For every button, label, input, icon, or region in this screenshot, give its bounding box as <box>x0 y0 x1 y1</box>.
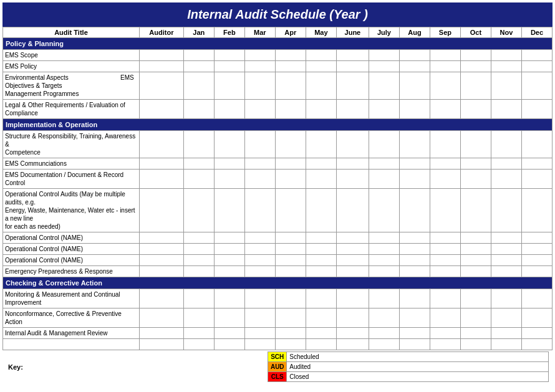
month-cell[interactable] <box>183 72 214 100</box>
month-cell[interactable] <box>430 61 460 72</box>
month-cell[interactable] <box>521 328 552 339</box>
month-cell[interactable] <box>369 131 399 158</box>
month-cell[interactable] <box>306 308 336 328</box>
month-cell[interactable] <box>460 50 491 61</box>
month-cell[interactable] <box>460 232 491 244</box>
month-cell[interactable] <box>369 255 399 266</box>
month-cell[interactable] <box>430 255 460 266</box>
month-cell[interactable] <box>369 266 399 277</box>
month-cell[interactable] <box>369 328 399 339</box>
month-cell[interactable] <box>369 100 399 119</box>
month-cell[interactable] <box>244 244 275 255</box>
month-cell[interactable] <box>491 328 521 339</box>
month-cell[interactable] <box>460 189 491 232</box>
month-cell[interactable] <box>369 339 399 350</box>
month-cell[interactable] <box>214 100 244 119</box>
month-cell[interactable] <box>460 100 491 119</box>
month-cell[interactable] <box>460 255 491 266</box>
month-cell[interactable] <box>183 255 214 266</box>
month-cell[interactable] <box>521 266 552 277</box>
month-cell[interactable] <box>491 232 521 244</box>
month-cell[interactable] <box>214 158 244 170</box>
month-cell[interactable] <box>275 308 306 328</box>
month-cell[interactable] <box>244 61 275 72</box>
month-cell[interactable] <box>275 131 306 158</box>
month-cell[interactable] <box>399 339 430 350</box>
month-cell[interactable] <box>336 170 369 189</box>
month-cell[interactable] <box>369 189 399 232</box>
month-cell[interactable] <box>336 289 369 308</box>
month-cell[interactable] <box>369 232 399 244</box>
month-cell[interactable] <box>336 266 369 277</box>
month-cell[interactable] <box>521 232 552 244</box>
month-cell[interactable] <box>336 189 369 232</box>
month-cell[interactable] <box>275 100 306 119</box>
month-cell[interactable] <box>275 158 306 170</box>
month-cell[interactable] <box>521 289 552 308</box>
month-cell[interactable] <box>491 50 521 61</box>
month-cell[interactable] <box>306 255 336 266</box>
month-cell[interactable] <box>491 266 521 277</box>
month-cell[interactable] <box>214 72 244 100</box>
month-cell[interactable] <box>183 328 214 339</box>
month-cell[interactable] <box>491 255 521 266</box>
month-cell[interactable] <box>430 170 460 189</box>
month-cell[interactable] <box>369 170 399 189</box>
month-cell[interactable] <box>430 100 460 119</box>
month-cell[interactable] <box>399 289 430 308</box>
month-cell[interactable] <box>399 308 430 328</box>
month-cell[interactable] <box>430 131 460 158</box>
month-cell[interactable] <box>399 232 430 244</box>
month-cell[interactable] <box>369 244 399 255</box>
month-cell[interactable] <box>521 244 552 255</box>
month-cell[interactable] <box>491 61 521 72</box>
month-cell[interactable] <box>275 50 306 61</box>
month-cell[interactable] <box>460 339 491 350</box>
month-cell[interactable] <box>275 255 306 266</box>
month-cell[interactable] <box>460 289 491 308</box>
month-cell[interactable] <box>521 158 552 170</box>
month-cell[interactable] <box>214 131 244 158</box>
month-cell[interactable] <box>244 289 275 308</box>
month-cell[interactable] <box>369 72 399 100</box>
month-cell[interactable] <box>214 255 244 266</box>
month-cell[interactable] <box>521 131 552 158</box>
month-cell[interactable] <box>336 100 369 119</box>
month-cell[interactable] <box>430 232 460 244</box>
month-cell[interactable] <box>275 72 306 100</box>
month-cell[interactable] <box>275 328 306 339</box>
month-cell[interactable] <box>460 170 491 189</box>
month-cell[interactable] <box>491 339 521 350</box>
month-cell[interactable] <box>244 170 275 189</box>
month-cell[interactable] <box>275 244 306 255</box>
month-cell[interactable] <box>336 158 369 170</box>
month-cell[interactable] <box>369 61 399 72</box>
month-cell[interactable] <box>336 328 369 339</box>
month-cell[interactable] <box>244 189 275 232</box>
month-cell[interactable] <box>336 131 369 158</box>
month-cell[interactable] <box>306 232 336 244</box>
month-cell[interactable] <box>306 244 336 255</box>
month-cell[interactable] <box>399 189 430 232</box>
month-cell[interactable] <box>244 100 275 119</box>
month-cell[interactable] <box>214 308 244 328</box>
month-cell[interactable] <box>336 308 369 328</box>
month-cell[interactable] <box>244 328 275 339</box>
month-cell[interactable] <box>214 339 244 350</box>
month-cell[interactable] <box>430 328 460 339</box>
month-cell[interactable] <box>491 131 521 158</box>
month-cell[interactable] <box>275 170 306 189</box>
month-cell[interactable] <box>244 255 275 266</box>
month-cell[interactable] <box>369 289 399 308</box>
month-cell[interactable] <box>460 72 491 100</box>
month-cell[interactable] <box>306 100 336 119</box>
month-cell[interactable] <box>460 244 491 255</box>
month-cell[interactable] <box>336 72 369 100</box>
month-cell[interactable] <box>460 61 491 72</box>
month-cell[interactable] <box>306 170 336 189</box>
month-cell[interactable] <box>491 308 521 328</box>
month-cell[interactable] <box>183 131 214 158</box>
month-cell[interactable] <box>244 232 275 244</box>
month-cell[interactable] <box>183 308 214 328</box>
month-cell[interactable] <box>306 339 336 350</box>
